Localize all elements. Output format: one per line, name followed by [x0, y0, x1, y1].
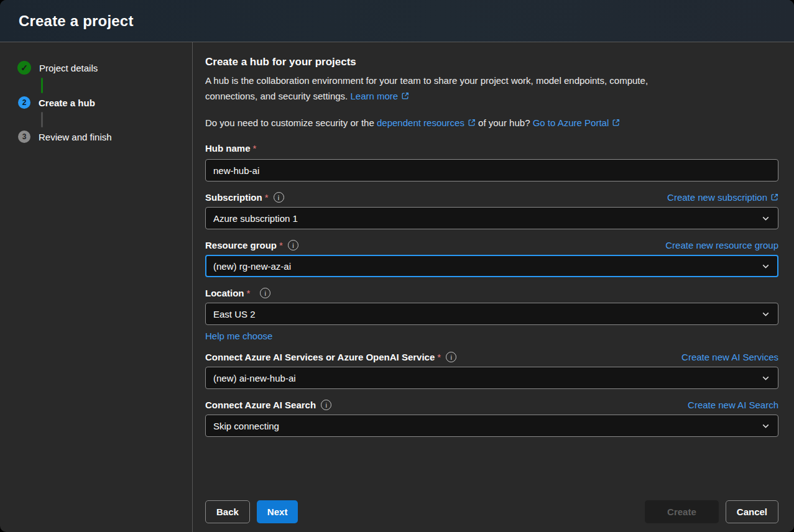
dependent-resources-link[interactable]: dependent resources: [377, 117, 476, 128]
create-button[interactable]: Create: [645, 500, 719, 523]
step-complete-check-icon: ✓: [17, 61, 31, 75]
chevron-down-icon: [761, 262, 770, 271]
step-connector-line: [41, 78, 43, 93]
hub-name-label: Hub name: [205, 143, 251, 154]
section-heading: Create a hub for your projects: [205, 56, 778, 68]
back-button[interactable]: Back: [205, 500, 250, 523]
step-number-badge: 2: [18, 96, 30, 109]
subscription-dropdown[interactable]: Azure subscription 1: [205, 207, 778, 229]
section-description: A hub is the collaboration environment f…: [205, 73, 699, 104]
location-value: East US 2: [213, 309, 256, 319]
required-asterisk: *: [437, 352, 441, 362]
required-asterisk: *: [247, 288, 251, 298]
ai-services-label: Connect Azure AI Services or Azure OpenA…: [205, 352, 435, 362]
go-to-azure-portal-link[interactable]: Go to Azure Portal: [533, 117, 621, 128]
info-icon[interactable]: i: [260, 288, 270, 298]
chevron-down-icon: [761, 214, 770, 223]
info-icon[interactable]: i: [288, 240, 298, 250]
dialog-footer: Back Next Create Cancel: [205, 500, 778, 523]
ai-search-value: Skip connecting: [213, 421, 279, 431]
hub-name-input[interactable]: [205, 159, 778, 181]
external-link-icon: [770, 193, 778, 201]
create-project-dialog: Create a project ✓ Project details 2 Cre…: [0, 0, 794, 532]
ai-services-label-row: Connect Azure AI Services or Azure OpenA…: [205, 352, 778, 362]
location-label: Location: [205, 288, 244, 298]
info-icon[interactable]: i: [446, 352, 456, 362]
security-prompt: Do you need to customize security or the…: [205, 116, 778, 130]
step-label: Create a hub: [39, 98, 95, 108]
subscription-label-row: Subscription * i Create new subscription: [205, 192, 778, 203]
subscription-label: Subscription: [205, 192, 262, 203]
step-label: Review and finish: [39, 132, 112, 142]
resource-group-value: (new) rg-new-az-ai: [213, 261, 291, 272]
help-me-choose-link[interactable]: Help me choose: [205, 331, 272, 341]
create-hub-panel: Create a hub for your projects A hub is …: [193, 42, 794, 532]
ai-services-value: (new) ai-new-hub-ai: [213, 373, 296, 383]
learn-more-link[interactable]: Learn more: [350, 91, 409, 101]
required-asterisk: *: [279, 240, 283, 250]
external-link-icon: [401, 92, 409, 100]
step-review-and-finish[interactable]: 3 Review and finish: [17, 131, 192, 143]
location-label-row: Location * i: [205, 288, 778, 298]
create-new-ai-services-link[interactable]: Create new AI Services: [681, 352, 778, 362]
chevron-down-icon: [761, 374, 770, 383]
chevron-down-icon: [761, 310, 770, 319]
subscription-value: Azure subscription 1: [213, 213, 298, 224]
ai-search-dropdown[interactable]: Skip connecting: [205, 415, 778, 437]
dialog-header: Create a project: [0, 0, 794, 42]
external-link-icon: [468, 119, 476, 127]
location-dropdown[interactable]: East US 2: [205, 303, 778, 325]
step-project-details[interactable]: ✓ Project details: [17, 61, 192, 75]
required-asterisk: *: [253, 143, 257, 154]
chevron-down-icon: [761, 421, 770, 431]
info-icon[interactable]: i: [274, 192, 284, 203]
step-create-a-hub[interactable]: 2 Create a hub: [17, 96, 192, 109]
hub-name-label-row: Hub name *: [205, 143, 778, 154]
ai-search-label-row: Connect Azure AI Search i Create new AI …: [205, 400, 778, 410]
external-link-icon: [612, 119, 620, 127]
wizard-stepper: ✓ Project details 2 Create a hub 3 Revie…: [0, 42, 193, 532]
step-connector-line: [41, 112, 43, 127]
next-button[interactable]: Next: [257, 500, 298, 523]
cancel-button[interactable]: Cancel: [726, 500, 778, 523]
create-new-subscription-link[interactable]: Create new subscription: [667, 192, 778, 203]
step-label: Project details: [39, 63, 98, 73]
resource-group-label: Resource group: [205, 240, 277, 250]
required-asterisk: *: [265, 192, 269, 203]
resource-group-label-row: Resource group * i Create new resource g…: [205, 240, 778, 250]
step-number-badge: 3: [18, 131, 30, 143]
ai-search-label: Connect Azure AI Search: [205, 400, 316, 410]
dialog-title: Create a project: [19, 12, 134, 30]
info-icon[interactable]: i: [321, 400, 331, 410]
ai-services-dropdown[interactable]: (new) ai-new-hub-ai: [205, 367, 778, 389]
create-new-ai-search-link[interactable]: Create new AI Search: [688, 400, 778, 410]
create-new-resource-group-link[interactable]: Create new resource group: [665, 240, 778, 250]
resource-group-dropdown[interactable]: (new) rg-new-az-ai: [205, 255, 778, 277]
